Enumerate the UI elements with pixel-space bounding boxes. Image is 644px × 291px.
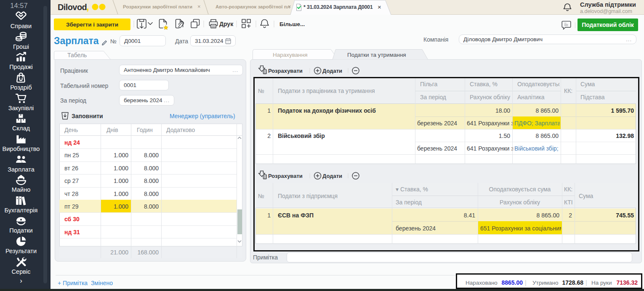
svg-text:Більше...: Більше... [279, 21, 305, 27]
svg-text:×: × [288, 3, 291, 10]
svg-text:Друк: Друк [219, 21, 234, 27]
svg-text:×: × [197, 3, 201, 10]
svg-text:Авто-розрахунок заробітної пл: Авто-розрахунок заробітної пл [216, 4, 290, 9]
svg-text:Податки та утримання: Податки та утримання [347, 52, 406, 58]
svg-text:Нарахування: Нарахування [273, 52, 308, 58]
svg-text:Розрахунки заробітної плати: Розрахунки заробітної плати [123, 4, 192, 9]
svg-text:Табель: Табель [67, 52, 87, 58]
svg-text:Додати: Додати [322, 68, 342, 74]
svg-text:* 31.03.2024 Зарплата Д0001: * 31.03.2024 Зарплата Д0001 [303, 4, 373, 10]
svg-text:Служба підтримки: Служба підтримки [580, 1, 636, 8]
svg-text:a.delovod@gmail.com: a.delovod@gmail.com [580, 8, 632, 14]
svg-text:×: × [378, 3, 381, 11]
svg-text:Розрахувати: Розрахувати [268, 68, 303, 74]
svg-text:Dilovod: Dilovod [58, 3, 87, 12]
svg-text:,: , [86, 1, 89, 12]
